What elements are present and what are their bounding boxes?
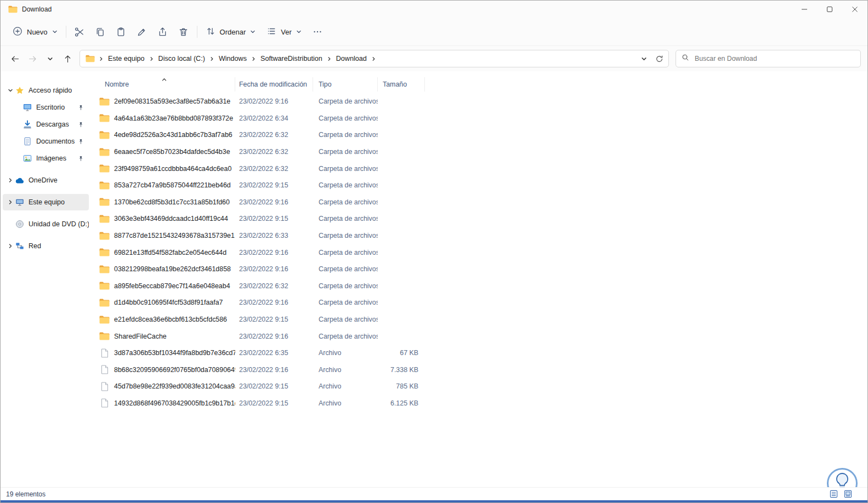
- status-bar: 19 elementos: [1, 487, 867, 500]
- file-name-cell: 8b68c32095906692f0765bf0da7089064971...: [99, 365, 235, 374]
- breadcrumb-disco-local[interactable]: Disco local (C:): [155, 52, 209, 66]
- file-name: 14932d868f4967038429005fb1c9b17b1dd...: [114, 399, 235, 407]
- file-type: Archivo: [313, 349, 378, 357]
- file-type: Carpeta de archivos: [313, 249, 378, 256]
- column-header-name[interactable]: Nombre: [99, 77, 235, 92]
- refresh-button[interactable]: [652, 52, 666, 66]
- sort-icon: [206, 26, 215, 38]
- file-name-cell: 3063e3ebf43469ddcaadc1d40ff19c44: [99, 215, 235, 223]
- search-icon: [682, 54, 689, 64]
- file-row[interactable]: 14932d868f4967038429005fb1c9b17b1dd... 2…: [99, 395, 867, 412]
- file-name: 23f9498759a61ccdbbba464ca4dc6ea0: [114, 165, 231, 173]
- address-dropdown-chevron[interactable]: [637, 52, 651, 66]
- sidebar-item-acceso-rapido[interactable]: Acceso rápido: [3, 82, 89, 99]
- sidebar-item-label: Red: [29, 242, 89, 250]
- file-row[interactable]: 4a64a1a63b23ae76b8bbd087893f372e 23/02/2…: [99, 110, 867, 127]
- file-row[interactable]: 23f9498759a61ccdbbba464ca4dc6ea0 23/02/2…: [99, 160, 867, 177]
- sidebar-item-label: Acceso rápido: [29, 87, 89, 94]
- delete-button[interactable]: [173, 22, 194, 41]
- paste-button[interactable]: [111, 22, 132, 41]
- recent-locations-chevron[interactable]: [41, 50, 59, 67]
- file-name: d1d4bb0c910695f4fcf53d8f91faafa7: [114, 299, 223, 306]
- sort-button[interactable]: Ordenar: [200, 22, 262, 41]
- file-type: Carpeta de archivos: [313, 165, 378, 173]
- chevron-down-icon: [250, 28, 256, 36]
- details-view-button[interactable]: [828, 489, 839, 499]
- thumbnails-view-button[interactable]: [842, 489, 853, 499]
- file-date: 23/02/2022 9:15: [235, 316, 313, 323]
- folder-icon: [99, 299, 110, 307]
- file-row[interactable]: 853a727cb47a9b5875044ff221beb46d 23/02/2…: [99, 177, 867, 194]
- file-row[interactable]: 4ede98d2526a3c43d1abb6c7b3af7ab6 23/02/2…: [99, 127, 867, 144]
- forward-button[interactable]: [24, 50, 41, 67]
- sidebar-item-escritorio[interactable]: Escritorio: [3, 99, 89, 116]
- up-button[interactable]: [59, 50, 76, 67]
- file-row[interactable]: 2ef09e08315a593ec3af8ec57ab6a31e 23/02/2…: [99, 93, 867, 110]
- file-row[interactable]: e21efdc8cea36e6bcbf613cb5cfdc586 23/02/2…: [99, 311, 867, 328]
- file-row[interactable]: d1d4bb0c910695f4fcf53d8f91faafa7 23/02/2…: [99, 294, 867, 311]
- cut-button[interactable]: [69, 22, 90, 41]
- breadcrumb-download[interactable]: Download: [332, 52, 371, 66]
- file-row[interactable]: SharedFileCache 23/02/2022 9:16 Carpeta …: [99, 328, 867, 345]
- column-header-date[interactable]: Fecha de modificación: [235, 77, 313, 92]
- file-row[interactable]: 038212998beafa19be262dcf3461d858 23/02/2…: [99, 261, 867, 278]
- file-name-cell: 853a727cb47a9b5875044ff221beb46d: [99, 181, 235, 190]
- back-button[interactable]: [6, 50, 24, 67]
- file-name: 853a727cb47a9b5875044ff221beb46d: [114, 181, 231, 189]
- sidebar-item-label: Documentos: [36, 138, 78, 145]
- file-name: e21efdc8cea36e6bcbf613cb5cfdc586: [114, 316, 227, 323]
- new-button-label: Nuevo: [27, 28, 48, 36]
- sort-ascending-icon: [162, 76, 167, 83]
- file-row[interactable]: 6eaaec5f7ce85b7023b4dafdec5d4b3e 23/02/2…: [99, 144, 867, 161]
- file-date: 23/02/2022 9:15: [235, 382, 313, 390]
- search-input[interactable]: [694, 54, 855, 63]
- file-type: Carpeta de archivos: [313, 181, 378, 189]
- address-bar[interactable]: Este equipo Disco local (C:) Windows Sof…: [80, 50, 669, 67]
- column-header-size[interactable]: Tamaño: [378, 77, 425, 92]
- view-button[interactable]: Ver: [261, 22, 307, 41]
- sidebar-item-imagenes[interactable]: Imágenes: [3, 150, 89, 167]
- new-button[interactable]: Nuevo: [7, 22, 63, 41]
- breadcrumb-windows[interactable]: Windows: [215, 52, 251, 66]
- onedrive-cloud-icon: [15, 177, 25, 184]
- sidebar-item-unidad-dvd[interactable]: Unidad de DVD (D:): [3, 216, 89, 232]
- file-row[interactable]: 3063e3ebf43469ddcaadc1d40ff19c44 23/02/2…: [99, 210, 867, 227]
- file-type: Carpeta de archivos: [313, 148, 378, 156]
- file-name: 45d7b8e98e22f939ed0083fe31204caa9a72...: [114, 382, 235, 390]
- sidebar-item-este-equipo[interactable]: Este equipo: [3, 194, 89, 210]
- rename-button[interactable]: [132, 22, 152, 41]
- sidebar-item-descargas[interactable]: Descargas: [3, 116, 89, 133]
- file-row[interactable]: 1370be62cd8f5b3d1c7cc31a85b1fd60 23/02/2…: [99, 194, 867, 211]
- more-options-button[interactable]: [307, 22, 328, 41]
- sidebar-item-onedrive[interactable]: OneDrive: [3, 172, 89, 188]
- file-row[interactable]: 69821e13ffd54f582fabc2e054ec644d 23/02/2…: [99, 244, 867, 261]
- column-header-label: Nombre: [105, 81, 129, 88]
- folder-icon: [99, 148, 110, 156]
- share-button[interactable]: [152, 22, 173, 41]
- copy-button[interactable]: [90, 22, 111, 41]
- maximize-button[interactable]: [817, 1, 842, 18]
- navigation-bar: Este equipo Disco local (C:) Windows Sof…: [1, 46, 867, 72]
- file-type: Archivo: [313, 366, 378, 374]
- file-type: Carpeta de archivos: [313, 131, 378, 139]
- file-row[interactable]: 45d7b8e98e22f939ed0083fe31204caa9a72... …: [99, 378, 867, 395]
- file-date: 23/02/2022 9:15: [235, 181, 313, 189]
- sidebar-item-red[interactable]: Red: [3, 238, 89, 254]
- file-row[interactable]: 3d87a306b53bf10344f9fa8bd9b7e36cd775... …: [99, 345, 867, 362]
- chevron-down-icon: [296, 28, 302, 36]
- file-row[interactable]: 8b68c32095906692f0765bf0da7089064971... …: [99, 362, 867, 379]
- breadcrumb-este-equipo[interactable]: Este equipo: [104, 52, 149, 66]
- file-name-cell: 1370be62cd8f5b3d1c7cc31a85b1fd60: [99, 198, 235, 206]
- file-icon: [99, 365, 110, 374]
- plus-circle-icon: [13, 26, 22, 38]
- file-name: 1370be62cd8f5b3d1c7cc31a85b1fd60: [114, 198, 230, 206]
- file-row[interactable]: a895feb5eccab879ec7f14a6e048eab4 23/02/2…: [99, 278, 867, 295]
- column-header-type[interactable]: Tipo: [313, 77, 378, 92]
- minimize-button[interactable]: [792, 1, 817, 18]
- folder-icon: [99, 114, 110, 122]
- sidebar-item-documentos[interactable]: Documentos: [3, 133, 89, 150]
- breadcrumb-softwaredistribution[interactable]: SoftwareDistribution: [257, 52, 326, 66]
- close-button[interactable]: [842, 1, 867, 18]
- file-row[interactable]: 8877c87de15215432493678a315739e1 23/02/2…: [99, 227, 867, 244]
- chevron-down-icon: [6, 88, 15, 93]
